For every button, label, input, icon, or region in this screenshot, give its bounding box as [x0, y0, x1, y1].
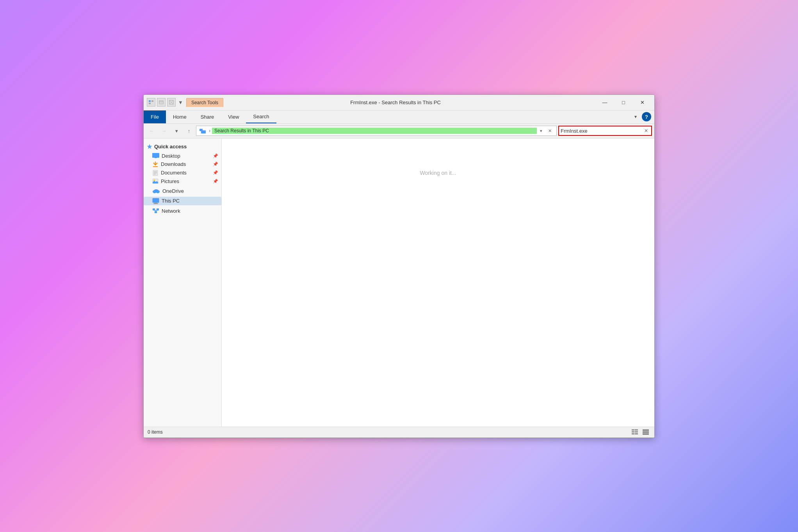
- file-explorer-window: ▼ Search Tools FrmInst.exe - Search Resu…: [143, 94, 655, 438]
- details-view-button[interactable]: [630, 428, 639, 436]
- onedrive-label: OneDrive: [162, 188, 184, 194]
- items-count: 0 items: [148, 429, 630, 435]
- sidebar-item-downloads[interactable]: Downloads 📌: [144, 160, 221, 169]
- search-clear-icon[interactable]: ✕: [643, 127, 650, 134]
- up-button[interactable]: ↑: [183, 126, 194, 136]
- sidebar-quick-access-header[interactable]: ★ Quick access: [144, 142, 221, 152]
- network-label: Network: [162, 208, 180, 214]
- address-input[interactable]: › Search Results in This PC ▾ ✕: [196, 126, 557, 136]
- svg-rect-23: [153, 203, 158, 204]
- documents-label: Documents: [161, 170, 187, 176]
- tab-home[interactable]: Home: [166, 110, 194, 123]
- address-bar: ← → ▾ ↑ › Search Results in This PC ▾ ✕: [144, 124, 654, 139]
- chevron-down-icon: ▾: [175, 128, 178, 134]
- svg-rect-7: [201, 130, 206, 133]
- pin-indicator: ▼: [178, 100, 183, 105]
- main-area: ★ Quick access Desktop 📌: [144, 139, 654, 427]
- sidebar-item-documents[interactable]: Documents 📌: [144, 169, 221, 177]
- address-clear-icon[interactable]: ✕: [545, 126, 554, 135]
- minimize-button[interactable]: —: [596, 96, 614, 108]
- breadcrumb-separator: ›: [209, 128, 210, 133]
- svg-rect-24: [155, 211, 157, 213]
- quick-access-star-icon: ★: [147, 143, 152, 150]
- view-toggle: [630, 428, 650, 436]
- sidebar-section-this-pc: This PC: [144, 197, 221, 205]
- svg-rect-34: [635, 431, 638, 432]
- network-icon: [152, 208, 159, 214]
- sidebar-section-network: Network: [144, 207, 221, 215]
- desktop-icon: [152, 153, 159, 158]
- sidebar-section-onedrive: OneDrive: [144, 187, 221, 195]
- svg-rect-37: [643, 429, 649, 431]
- window-title: FrmInst.exe - Search Results in This PC: [226, 100, 565, 105]
- downloads-icon: [152, 161, 159, 167]
- menu-right: ▾ ?: [631, 110, 654, 123]
- search-input[interactable]: [561, 128, 643, 134]
- documents-pin-icon: 📌: [213, 170, 218, 175]
- documents-icon: [152, 170, 159, 176]
- window-controls: — □ ✕: [596, 96, 651, 108]
- svg-rect-2: [149, 103, 151, 104]
- sidebar-item-desktop[interactable]: Desktop 📌: [144, 152, 221, 160]
- tab-share[interactable]: Share: [194, 110, 221, 123]
- search-box[interactable]: ✕: [558, 126, 652, 136]
- svg-rect-3: [159, 101, 163, 104]
- onedrive-icon: [152, 189, 160, 193]
- svg-rect-31: [632, 429, 634, 431]
- forward-icon: →: [162, 128, 167, 134]
- downloads-label: Downloads: [161, 161, 186, 167]
- help-button[interactable]: ?: [642, 112, 651, 121]
- tab-view[interactable]: View: [221, 110, 246, 123]
- up-icon: ↑: [188, 128, 191, 134]
- this-pc-label: This PC: [162, 198, 180, 204]
- sidebar-section-quick-access: ★ Quick access Desktop 📌: [144, 142, 221, 185]
- svg-rect-8: [152, 153, 159, 158]
- downloads-pin-icon: 📌: [213, 162, 218, 167]
- svg-rect-38: [643, 431, 649, 433]
- location-icon: [199, 127, 207, 135]
- this-pc-icon: [152, 198, 159, 204]
- maximize-button[interactable]: □: [615, 96, 632, 108]
- working-status: Working on it...: [420, 170, 456, 176]
- menu-bar: File Home Share View Search ▾ ?: [144, 110, 654, 124]
- content-pane: Working on it...: [222, 139, 654, 427]
- svg-rect-33: [632, 431, 634, 432]
- sidebar-item-network[interactable]: Network: [144, 207, 221, 215]
- svg-rect-21: [153, 198, 159, 203]
- quick-access-icon-2[interactable]: [157, 98, 166, 107]
- tab-search[interactable]: Search: [246, 110, 276, 123]
- desktop-pin-icon: 📌: [213, 153, 218, 158]
- list-view-button[interactable]: [641, 428, 650, 436]
- svg-point-20: [154, 189, 159, 192]
- svg-rect-35: [632, 433, 634, 434]
- sidebar: ★ Quick access Desktop 📌: [144, 139, 222, 427]
- recent-locations-button[interactable]: ▾: [171, 126, 182, 136]
- sidebar-item-pictures[interactable]: Pictures 📌: [144, 177, 221, 185]
- address-dropdown-icon[interactable]: ▾: [537, 126, 545, 135]
- quick-access-icon-1[interactable]: [147, 98, 155, 107]
- pictures-label: Pictures: [161, 178, 179, 184]
- ribbon-collapse-icon[interactable]: ▾: [631, 112, 640, 121]
- tab-file[interactable]: File: [144, 110, 166, 123]
- sidebar-item-onedrive[interactable]: OneDrive: [144, 187, 221, 195]
- desktop-label: Desktop: [162, 153, 180, 159]
- forward-button[interactable]: →: [159, 126, 169, 136]
- svg-rect-9: [155, 157, 157, 158]
- status-bar: 0 items: [144, 427, 654, 438]
- title-bar-quick-access: ▼: [147, 98, 183, 107]
- svg-rect-36: [635, 433, 638, 434]
- sidebar-item-this-pc[interactable]: This PC: [144, 197, 221, 205]
- svg-rect-32: [635, 429, 638, 431]
- quick-access-icon-3[interactable]: [167, 98, 176, 107]
- search-tools-tab[interactable]: Search Tools: [186, 98, 223, 107]
- quick-access-label: Quick access: [154, 144, 187, 149]
- pictures-pin-icon: 📌: [213, 179, 218, 184]
- svg-rect-39: [643, 433, 649, 435]
- close-button[interactable]: ✕: [633, 96, 651, 108]
- title-bar: ▼ Search Tools FrmInst.exe - Search Resu…: [144, 95, 654, 110]
- address-path[interactable]: Search Results in This PC: [212, 128, 537, 134]
- svg-rect-0: [149, 100, 151, 102]
- search-tools-label: Search Tools: [191, 100, 218, 105]
- back-button[interactable]: ←: [146, 126, 157, 136]
- pictures-icon: [152, 178, 159, 184]
